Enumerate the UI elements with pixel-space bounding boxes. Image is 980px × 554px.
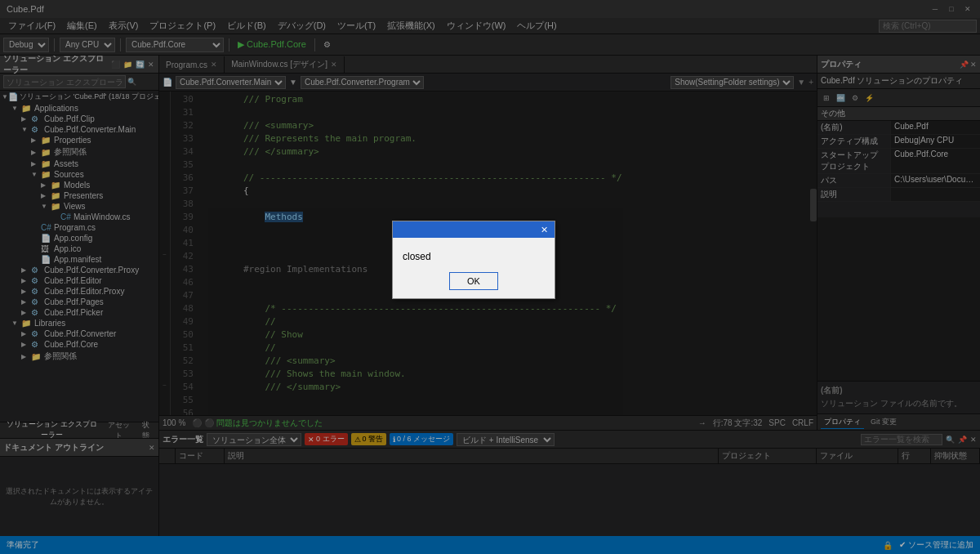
dialog-overlay: ✕ closed OK bbox=[0, 0, 980, 554]
dialog-titlebar: ✕ bbox=[393, 221, 555, 238]
dialog-message: closed bbox=[403, 251, 431, 262]
messagebox-dialog: ✕ closed OK bbox=[392, 221, 555, 299]
dialog-buttons: OK bbox=[393, 272, 555, 298]
dialog-ok-button[interactable]: OK bbox=[449, 272, 498, 290]
dialog-body: closed bbox=[393, 238, 555, 272]
dialog-close-button[interactable]: ✕ bbox=[538, 224, 550, 235]
